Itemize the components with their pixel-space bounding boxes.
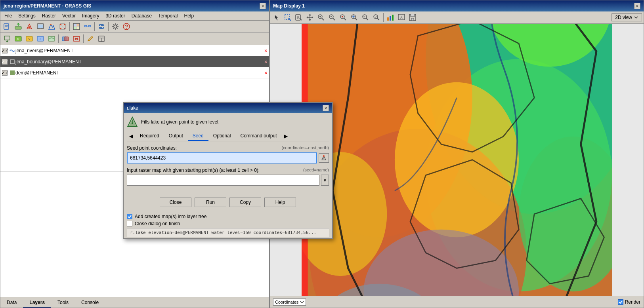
map-pan-btn[interactable] [305,12,315,23]
coordinates-dropdown[interactable]: Coordinates [273,298,306,306]
seed-coords-value: 681734,5644423 [130,155,166,161]
layer-del-dem[interactable]: × [264,70,268,76]
menu-help[interactable]: Help [182,12,197,19]
t2-btn4[interactable]: 3 [35,34,46,44]
layer-item-dem[interactable]: ✓ dem@PERMANENT × [0,67,269,78]
t2-add-raster-btn[interactable]: R [13,34,23,44]
map-zoom-region-btn[interactable] [349,12,359,23]
svg-text:3: 3 [40,37,42,41]
seed-coords-input-row: 681734,5644423 [127,152,329,164]
t2-edit-btn[interactable] [85,34,96,44]
menu-imagery[interactable]: Imagery [80,12,101,19]
dialog-tab-output[interactable]: Output [164,131,188,141]
tab-tools[interactable]: Tools [51,298,75,308]
map-compose-btn[interactable] [71,21,82,32]
svg-text:V: V [28,37,31,41]
view-mode-dropdown[interactable]: 2D view [612,13,642,21]
tab-prev-btn[interactable]: ◀ [127,132,135,141]
menu-database[interactable]: Database [129,12,154,19]
svg-point-9 [64,24,65,25]
pick-coords-btn[interactable] [319,153,329,163]
map-zoom-to-btn[interactable] [338,12,348,23]
view-mode-label: 2D view [615,15,632,20]
digitize-btn[interactable] [46,21,57,32]
georect-btn[interactable] [57,21,68,32]
raster-map-dropdown-btn[interactable]: ▼ [321,175,329,186]
help-btn2[interactable] [121,21,132,32]
map-analyze-btn[interactable] [385,12,396,23]
layer-item-rivers[interactable]: ✓ jena_rivers@PERMANENT × [0,45,269,56]
map-zoom-out-btn[interactable] [327,12,337,23]
layer-del-rivers[interactable]: × [264,48,268,54]
dialog-tab-cmdoutput[interactable]: Command output [235,131,281,141]
t2-del-btn[interactable] [71,34,82,44]
dialog-tabs-bar: ◀ Required Output Seed Optional Command … [127,131,329,141]
map-query-map-btn[interactable]: ? [371,12,382,23]
display-map-btn[interactable] [35,21,46,32]
layer-checkbox-dem[interactable]: ✓ [2,70,8,76]
svg-line-49 [322,18,324,20]
raster-map-label-row: Input raster map with given starting poi… [127,167,329,173]
dialog-footer: Add created map(s) into layer tree Close… [124,212,332,238]
menu-file[interactable]: File [2,12,14,19]
dialog-tab-optional[interactable]: Optional [208,131,236,141]
tab-data[interactable]: Data [0,298,23,308]
tab-layers[interactable]: Layers [23,298,51,308]
run-btn[interactable]: Run [195,198,226,207]
map-zoom-in-btn[interactable] [316,12,326,23]
map-pointer-btn[interactable] [271,12,282,23]
add-to-tree-checkbox[interactable] [127,214,132,219]
python-btn[interactable] [96,21,107,32]
tab-console[interactable]: Console [75,298,105,308]
close-btn[interactable]: Close [160,198,191,207]
seed-coords-hint: (coordinates=east,north) [281,145,329,151]
sep2 [94,22,95,31]
t2-attrs-btn[interactable] [96,34,107,44]
map-close-btn[interactable]: × [634,3,640,9]
layer-del-boundary[interactable]: × [264,59,268,65]
dialog-body: Fills lake at given point to given level… [124,113,332,193]
raster-map-hint: (seed=name) [303,167,329,173]
new-mapset-btn[interactable] [2,21,12,32]
dialog-tab-seed[interactable]: Seed [188,131,208,141]
map-query-btn[interactable] [294,12,304,23]
copy-btn[interactable]: Copy [229,198,261,207]
t2-btn5[interactable] [46,34,57,44]
tab-next-btn[interactable]: ▶ [282,132,290,141]
svg-point-24 [123,23,130,30]
dialog-close-btn[interactable]: × [323,105,329,111]
raster-map-select[interactable] [127,175,319,186]
map-overlay-btn[interactable]: A [396,12,407,23]
layer-item-boundary[interactable]: ✓ jena_boundary@PERMANENT × [0,56,269,67]
layer-checkbox-boundary[interactable]: ✓ [2,59,8,65]
t2-add-vector-btn[interactable]: V [24,34,34,44]
menu-temporal[interactable]: Temporal [156,12,180,19]
svg-line-59 [366,18,368,20]
grass-model-btn[interactable] [82,21,93,32]
help-btn[interactable]: Help [264,198,296,207]
t2-add-layers-btn[interactable] [2,34,12,44]
dialog-title: r.lake [127,105,138,111]
settings-btn2[interactable] [110,21,120,32]
map-select-btn[interactable] [283,12,293,23]
menu-3draster[interactable]: 3D raster [103,12,127,19]
seed-coords-input[interactable]: 681734,5644423 [127,152,317,164]
svg-rect-42 [10,60,14,64]
menu-vector[interactable]: Vector [60,12,78,19]
menu-raster[interactable]: Raster [40,12,58,19]
close-on-finish-checkbox[interactable] [127,221,132,226]
layer-icon-rivers [9,48,15,54]
t2-overlay-btn[interactable] [60,34,71,44]
menu-settings[interactable]: Settings [16,12,38,19]
add-raster-btn[interactable] [13,21,23,32]
layer-checkbox-rivers[interactable]: ✓ [2,48,8,53]
layer-icon-dem [9,70,15,76]
render-checkbox[interactable] [618,299,623,305]
map-pan2-btn[interactable] [360,12,371,23]
svg-rect-33 [48,36,55,41]
grass-close-btn[interactable]: × [260,3,266,9]
rlake-dialog: r.lake × Fills lake at given point to gi… [123,102,333,239]
dialog-tab-required[interactable]: Required [135,131,164,141]
add-vector-btn[interactable] [24,21,34,32]
map-save-btn[interactable] [407,12,418,23]
